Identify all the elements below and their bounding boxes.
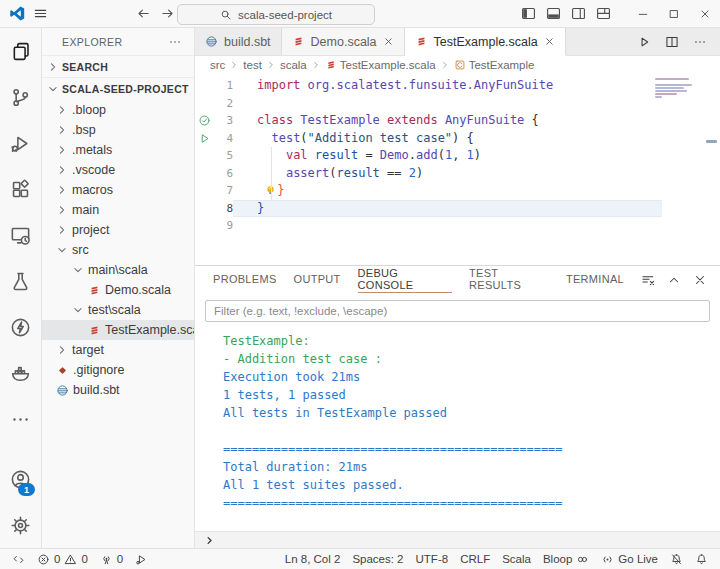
- tree-item-target[interactable]: target: [42, 340, 194, 360]
- status-eol[interactable]: CRLF: [454, 549, 496, 569]
- minimap[interactable]: [655, 78, 695, 100]
- close-tab-icon[interactable]: [544, 36, 555, 47]
- tree-item-macros[interactable]: macros: [42, 180, 194, 200]
- code-line-content[interactable]: import org.scalatest.funsuite.AnyFunSuit…: [233, 77, 662, 95]
- layout-panel-icon[interactable]: [546, 6, 561, 21]
- tree-item-test-scala[interactable]: test\scala: [42, 300, 194, 320]
- split-editor-icon[interactable]: [665, 35, 679, 49]
- command-center-search[interactable]: scala-seed-project: [177, 4, 375, 25]
- status-go-live[interactable]: Go Live: [595, 549, 664, 569]
- status-bloop[interactable]: Bloop: [537, 549, 595, 569]
- tree-item-bsp[interactable]: .bsp: [42, 120, 194, 140]
- tree-item-demo-scala[interactable]: Demo.scala: [42, 280, 194, 300]
- layout-sidebar-right-icon[interactable]: [571, 6, 586, 21]
- code-line-content[interactable]: [233, 95, 662, 113]
- tree-item-src[interactable]: src: [42, 240, 194, 260]
- status-debug[interactable]: [129, 549, 154, 569]
- history-nav: [136, 6, 175, 21]
- tree-item-label: .bloop: [72, 103, 106, 117]
- tree-item-label: project: [72, 223, 110, 237]
- tree-item-gitignore[interactable]: .gitignore: [42, 360, 194, 380]
- tree-item-testexample-scala[interactable]: TestExample.scala: [42, 320, 194, 340]
- chevron-right-icon: [56, 344, 68, 356]
- panel-tab-test-results[interactable]: TEST RESULTS: [469, 266, 549, 293]
- activitybar-item-source-control[interactable]: [0, 74, 41, 120]
- code-editor[interactable]: 1import org.scalatest.funsuite.AnyFunSui…: [195, 74, 720, 265]
- panel-tab-debug-console[interactable]: DEBUG CONSOLE: [358, 266, 452, 293]
- breadcrumb-item-src[interactable]: src: [210, 59, 225, 71]
- activitybar-item-testing[interactable]: [0, 258, 41, 304]
- tree-item-bloop[interactable]: .bloop: [42, 100, 194, 120]
- more-actions-icon[interactable]: [168, 35, 182, 49]
- breadcrumb-item-testexample[interactable]: TestExample: [454, 59, 535, 71]
- breadcrumb-item-scala[interactable]: scala: [280, 59, 307, 71]
- console-filter-input[interactable]: [205, 300, 710, 322]
- layout-customize-icon[interactable]: [596, 6, 611, 21]
- console-line: Execution took 21ms: [223, 368, 720, 386]
- clear-console-icon[interactable]: [641, 273, 655, 287]
- tree-item-main-scala[interactable]: main\scala: [42, 260, 194, 280]
- arrow-left-icon[interactable]: [136, 6, 151, 21]
- breadcrumb-item-test[interactable]: test: [243, 59, 262, 71]
- activitybar-item-docker[interactable]: [0, 350, 41, 396]
- tab-build-sbt[interactable]: build.sbt: [195, 28, 282, 55]
- status-problems[interactable]: 00: [31, 549, 94, 569]
- close-icon[interactable]: [693, 273, 707, 287]
- code-line-content[interactable]: assert(result == 2): [233, 165, 662, 183]
- close-tab-icon[interactable]: [383, 36, 394, 47]
- activitybar-item-run-and-debug[interactable]: [0, 120, 41, 166]
- status-encoding[interactable]: UTF-8: [410, 549, 455, 569]
- breadcrumb-label: TestExample: [469, 59, 535, 71]
- gutter-marker[interactable]: [195, 132, 214, 145]
- code-line-content[interactable]: [233, 217, 662, 235]
- ellipsis-icon[interactable]: [693, 35, 707, 49]
- status-do-not-disturb[interactable]: [664, 549, 689, 569]
- tree-item-vscode[interactable]: .vscode: [42, 160, 194, 180]
- test-run-icon[interactable]: [198, 132, 211, 145]
- layout-sidebar-left-icon[interactable]: [521, 6, 536, 21]
- panel-tab-terminal[interactable]: TERMINAL: [566, 266, 624, 293]
- close-button[interactable]: [689, 0, 720, 27]
- code-line-content[interactable]: test("Addition test case") {: [233, 130, 662, 148]
- debug-console-input[interactable]: [195, 531, 720, 548]
- status-cursor-position[interactable]: Ln 8, Col 2: [279, 549, 347, 569]
- chevron-up-icon[interactable]: [667, 273, 681, 287]
- test-passed-icon[interactable]: [198, 114, 211, 127]
- code-line-content[interactable]: }: [233, 200, 662, 218]
- status-indentation[interactable]: Spaces: 2: [346, 549, 409, 569]
- maximize-button[interactable]: [658, 0, 689, 27]
- tab-demo-scala[interactable]: Demo.scala: [282, 28, 405, 55]
- tree-item-main[interactable]: main: [42, 200, 194, 220]
- breadcrumb-item-testexample-scala[interactable]: TestExample.scala: [325, 59, 436, 71]
- files-icon: [10, 41, 31, 62]
- status-language[interactable]: Scala: [496, 549, 537, 569]
- status-ports[interactable]: 0: [94, 549, 129, 569]
- activitybar-item-extensions[interactable]: [0, 166, 41, 212]
- run-icon[interactable]: [637, 35, 651, 49]
- tree-item-label: target: [72, 343, 104, 357]
- tree-item-build-sbt[interactable]: build.sbt: [42, 380, 194, 400]
- activitybar-item-more-views[interactable]: [0, 396, 41, 442]
- section-scala-seed-project[interactable]: SCALA-SEED-PROJECT: [42, 77, 194, 99]
- activitybar-item-metals[interactable]: [0, 304, 41, 350]
- activitybar-item-settings[interactable]: [0, 502, 41, 548]
- panel-tab-output[interactable]: OUTPUT: [294, 266, 341, 293]
- activitybar-item-accounts[interactable]: 1: [0, 456, 41, 502]
- tree-item-project[interactable]: project: [42, 220, 194, 240]
- panel-tab-problems[interactable]: PROBLEMS: [213, 266, 277, 293]
- code-line-content[interactable]: class TestExample extends AnyFunSuite {: [233, 112, 662, 130]
- gutter-marker[interactable]: [195, 114, 214, 127]
- status-notifications[interactable]: [689, 549, 714, 569]
- minimize-button[interactable]: [627, 0, 658, 27]
- code-line-content[interactable]: }: [233, 182, 662, 200]
- activitybar-item-remote-explorer[interactable]: [0, 212, 41, 258]
- tab-testexample-scala[interactable]: TestExample.scala: [405, 28, 566, 56]
- tree-item-metals[interactable]: .metals: [42, 140, 194, 160]
- code-line-content[interactable]: val result = Demo.add(1, 1): [233, 147, 662, 165]
- status-remote[interactable]: [6, 549, 31, 569]
- section-search[interactable]: SEARCH: [42, 55, 194, 77]
- scala-icon: [88, 324, 101, 337]
- activitybar-item-explorer[interactable]: [0, 28, 41, 74]
- menu-icon[interactable]: [33, 6, 48, 21]
- arrow-right-icon[interactable]: [160, 6, 175, 21]
